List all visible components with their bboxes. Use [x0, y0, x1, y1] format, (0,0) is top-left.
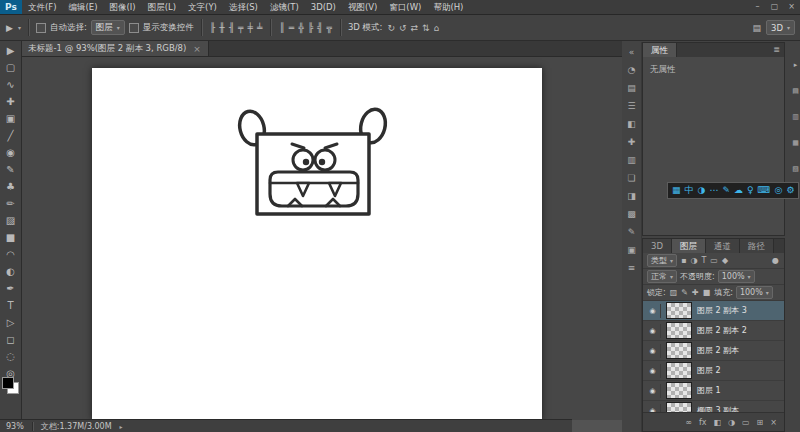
align-icon[interactable]: ╪ — [247, 23, 254, 33]
distribute-icon[interactable]: ║ — [278, 23, 285, 33]
blur-tool-icon[interactable]: ◠ — [1, 246, 20, 263]
panel-dock-icon[interactable]: ☰ — [627, 101, 635, 111]
3d-mode-icon[interactable]: ↺ — [398, 23, 408, 33]
link-layers-icon[interactable]: ∞ — [685, 418, 692, 427]
hand-tool-icon[interactable]: ◌ — [1, 348, 20, 365]
layer-effects-icon[interactable]: fx — [699, 418, 707, 427]
menu-item[interactable]: 窗口(W) — [383, 0, 427, 14]
panel-tab[interactable]: 3D — [643, 239, 672, 253]
ime-keyboard-icon[interactable]: ⌨ — [758, 184, 771, 197]
align-icon[interactable]: ╤ — [237, 23, 244, 33]
lock-icon[interactable]: ✎ — [680, 288, 689, 297]
brush-tool-icon[interactable]: ✎ — [1, 161, 20, 178]
path-selection-tool-icon[interactable]: ▷ — [1, 314, 20, 331]
menu-item[interactable]: 3D(D) — [305, 0, 342, 14]
lock-icon[interactable]: ■ — [702, 288, 712, 297]
layer-filter-icon[interactable]: ▪ — [680, 256, 687, 265]
filter-toggle-icon[interactable]: ● — [771, 256, 780, 265]
layer-visibility-icon[interactable]: ◉ — [645, 344, 661, 358]
panel-dock-icon[interactable]: ▤ — [792, 86, 799, 96]
layer-filter-icon[interactable]: T — [700, 256, 707, 265]
gradient-tool-icon[interactable]: ■ — [1, 229, 20, 246]
marquee-tool-icon[interactable]: ▢ — [1, 59, 20, 76]
menu-item[interactable]: 滤镜(T) — [264, 0, 305, 14]
ime-logo-icon[interactable]: ▦ — [672, 184, 681, 197]
eyedropper-tool-icon[interactable]: ╱ — [1, 127, 20, 144]
layer-row[interactable]: ◉ 图层 1 — [643, 381, 784, 401]
menu-item[interactable]: 编辑(E) — [63, 0, 104, 14]
distribute-icon[interactable]: ╣ — [316, 23, 323, 33]
panel-dock-icon[interactable]: ▥ — [627, 155, 636, 165]
history-brush-tool-icon[interactable]: ✏ — [1, 195, 20, 212]
ime-halfwidth-icon[interactable]: ◑ — [698, 184, 706, 197]
ime-chinese-mode-icon[interactable]: 中 — [685, 184, 694, 197]
panel-dock-icon[interactable]: ✚ — [628, 137, 636, 147]
close-tab-icon[interactable]: × — [193, 44, 201, 54]
align-icon[interactable]: ╧ — [256, 23, 263, 33]
ime-settings-icon[interactable]: ⚙ — [786, 184, 794, 197]
opacity-combo[interactable]: 100% ▾ — [718, 270, 755, 283]
lasso-tool-icon[interactable]: ∿ — [1, 76, 20, 93]
auto-select-checkbox[interactable] — [36, 23, 46, 33]
clone-stamp-tool-icon[interactable]: ♣ — [1, 178, 20, 195]
distribute-icon[interactable]: ╬ — [297, 23, 304, 33]
ime-pen-icon[interactable]: ✎ — [722, 184, 730, 197]
maximize-button[interactable]: ▢ — [766, 0, 783, 14]
shape-tool-icon[interactable]: ◻ — [1, 331, 20, 348]
eraser-tool-icon[interactable]: ▨ — [1, 212, 20, 229]
layer-filter-combo[interactable]: 类型 ▾ — [647, 254, 677, 267]
ime-punctuation-icon[interactable]: ⋯ — [709, 184, 718, 197]
3d-mode-icon[interactable]: ⇄ — [410, 23, 420, 33]
adjustment-layer-icon[interactable]: ◑ — [728, 418, 735, 427]
menu-item[interactable]: 帮助(H) — [427, 0, 469, 14]
align-icon[interactable]: ╢ — [228, 23, 235, 33]
layer-thumbnail[interactable] — [666, 362, 692, 379]
panel-dock-icon[interactable]: « — [629, 47, 635, 57]
status-caret-icon[interactable]: ▸ — [120, 423, 123, 430]
auto-select-combo[interactable]: 图层 ▾ — [91, 20, 125, 35]
close-button[interactable]: × — [783, 0, 800, 14]
foreground-color-swatch[interactable] — [2, 377, 14, 389]
panel-tab[interactable]: 图层 — [672, 239, 706, 253]
3d-mode-icon[interactable]: ⌂ — [433, 23, 441, 33]
document-tab[interactable]: 未标题-1 @ 93%(图层 2 副本 3, RGB/8) × — [21, 41, 209, 56]
layer-thumbnail[interactable] — [666, 322, 692, 339]
new-layer-icon[interactable]: ⊞ — [757, 418, 764, 427]
panel-dock-icon[interactable]: ▧ — [792, 164, 799, 174]
layer-row[interactable]: ◉ 图层 2 副本 3 — [643, 301, 784, 321]
menu-item[interactable]: 文件(F) — [22, 0, 63, 14]
crop-tool-icon[interactable]: ▣ — [1, 110, 20, 127]
panel-dock-icon[interactable]: ✎ — [628, 227, 636, 237]
align-icon[interactable]: ╟ — [209, 23, 216, 33]
quick-selection-tool-icon[interactable]: ✚ — [1, 93, 20, 110]
tool-preset-caret-icon[interactable]: ▾ — [18, 24, 21, 31]
panel-tab[interactable]: 路径 — [740, 239, 774, 253]
layer-row[interactable]: ◉ 图层 2 — [643, 361, 784, 381]
layer-filter-icon[interactable]: ▭ — [709, 256, 719, 265]
3d-mode-icon[interactable]: ⇅ — [421, 23, 431, 33]
layer-thumbnail[interactable] — [666, 302, 692, 319]
layer-thumbnail[interactable] — [666, 342, 692, 359]
align-icon[interactable]: ╫ — [218, 23, 225, 33]
layer-row[interactable]: ◉ 图层 2 副本 2 — [643, 321, 784, 341]
minimize-button[interactable]: – — [749, 0, 766, 14]
layer-mask-icon[interactable]: ◧ — [713, 418, 721, 427]
show-transform-checkbox[interactable] — [129, 23, 139, 33]
distribute-icon[interactable]: ╦ — [325, 23, 332, 33]
panel-dock-icon[interactable]: ◧ — [627, 119, 636, 129]
panel-dock-icon[interactable]: ▸ — [794, 60, 798, 70]
menu-item[interactable]: 图层(L) — [142, 0, 182, 14]
layer-thumbnail[interactable] — [666, 382, 692, 399]
ime-cloud-icon[interactable]: ☁ — [734, 184, 743, 197]
lock-icon[interactable]: ✚ — [691, 288, 700, 297]
distribute-icon[interactable]: ═ — [288, 23, 295, 33]
3d-mode-icon[interactable]: ↻ — [386, 23, 396, 33]
ime-person-icon[interactable]: ♀ — [747, 184, 754, 197]
layer-visibility-icon[interactable]: ◉ — [645, 384, 661, 398]
panel-menu-icon[interactable]: ≣ — [769, 43, 784, 57]
panel-tab[interactable]: 通道 — [706, 239, 740, 253]
layer-visibility-icon[interactable]: ◉ — [645, 324, 661, 338]
layer-filter-icon[interactable]: ◆ — [721, 256, 729, 265]
panel-dock-icon[interactable]: ▩ — [627, 209, 636, 219]
menu-item[interactable]: 文字(Y) — [182, 0, 223, 14]
